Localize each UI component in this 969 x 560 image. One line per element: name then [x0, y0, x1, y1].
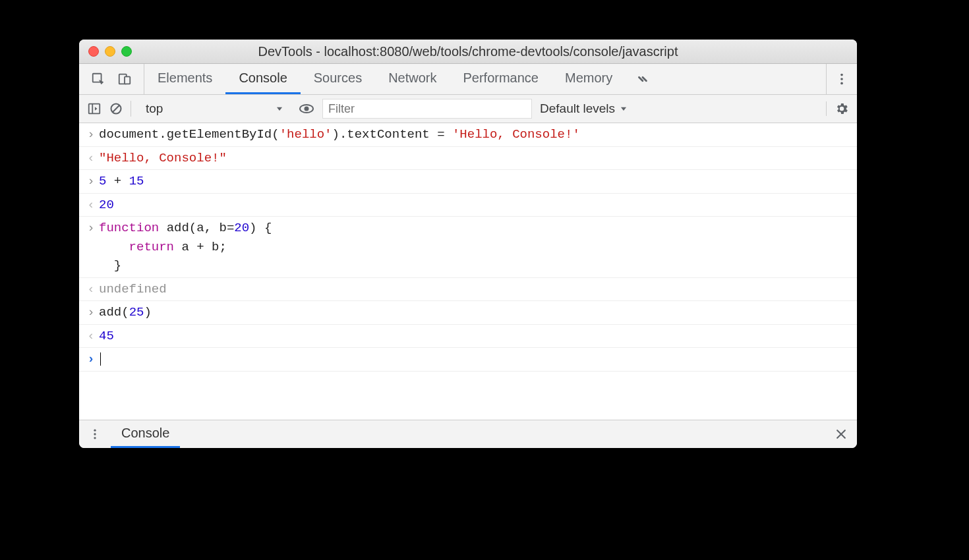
settings-icon[interactable]: [835, 101, 849, 116]
drawer-tab-label: Console: [121, 426, 169, 441]
dropdown-icon: [275, 104, 284, 113]
tab-memory[interactable]: Memory: [552, 64, 626, 94]
levels-label: Default levels: [540, 101, 615, 116]
svg-rect-6: [89, 104, 100, 114]
drawer: Console: [79, 420, 857, 448]
console-input-row: ›add(25): [79, 301, 857, 325]
svg-point-14: [94, 437, 96, 439]
tabbar-right: [826, 64, 857, 94]
window-close-button[interactable]: [88, 46, 99, 57]
svg-point-5: [840, 82, 843, 85]
console-line-content: function add(a, b=20) { return a + b; }: [99, 219, 850, 275]
context-label: top: [146, 101, 163, 116]
window-title: DevTools - localhost:8080/web/tools/chro…: [87, 44, 849, 59]
tab-performance[interactable]: Performance: [450, 64, 552, 94]
output-chevron-icon: ‹: [83, 196, 99, 215]
console-output-row: ‹undefined: [79, 278, 857, 302]
svg-rect-2: [125, 76, 130, 84]
dropdown-icon: [619, 104, 628, 113]
window-zoom-button[interactable]: [121, 46, 132, 57]
svg-point-3: [840, 74, 843, 76]
console-line-content: undefined: [99, 280, 850, 299]
drawer-tab-console[interactable]: Console: [111, 420, 180, 448]
clear-console-icon[interactable]: [109, 102, 123, 115]
output-chevron-icon: ‹: [83, 280, 99, 299]
input-chevron-icon: ›: [83, 125, 99, 144]
svg-point-4: [840, 78, 843, 80]
kebab-menu-icon[interactable]: [835, 72, 849, 86]
close-drawer-icon[interactable]: [835, 428, 848, 441]
console-input-row: ›document.getElementById('hello').textCo…: [79, 123, 857, 147]
input-chevron-icon: ›: [83, 172, 99, 191]
svg-point-13: [94, 433, 96, 435]
prompt-chevron-icon: ›: [83, 350, 99, 369]
titlebar: DevTools - localhost:8080/web/tools/chro…: [79, 40, 857, 64]
more-tabs-icon[interactable]: [626, 64, 659, 94]
execution-context-select[interactable]: top: [139, 101, 291, 116]
log-levels-select[interactable]: Default levels: [540, 101, 628, 116]
console-toolbar: top Default levels: [79, 95, 857, 123]
svg-point-11: [305, 107, 309, 111]
console-body[interactable]: ›document.getElementById('hello').textCo…: [79, 123, 857, 420]
console-line-content: 5 + 15: [99, 172, 850, 191]
tab-network[interactable]: Network: [375, 64, 450, 94]
console-output-row: ‹20: [79, 194, 857, 217]
console-line-content: 45: [99, 327, 850, 346]
console-line-content: document.getElementById('hello').textCon…: [99, 125, 850, 144]
svg-point-12: [94, 430, 96, 432]
device-toggle-icon[interactable]: [117, 72, 132, 86]
console-input-row: ›function add(a, b=20) { return a + b; }: [79, 217, 857, 278]
svg-line-9: [113, 105, 120, 113]
console-prompt-row[interactable]: ›: [79, 348, 857, 372]
drawer-left: [79, 420, 111, 448]
input-chevron-icon: ›: [83, 303, 99, 322]
console-line-content: 20: [99, 196, 850, 215]
console-input-row: ›5 + 15: [79, 170, 857, 194]
tab-sources[interactable]: Sources: [301, 64, 375, 94]
console-line-content: add(25): [99, 303, 850, 322]
console-output-row: ‹"Hello, Console!": [79, 147, 857, 171]
devtools-window: DevTools - localhost:8080/web/tools/chro…: [79, 40, 857, 448]
tab-console[interactable]: Console: [225, 64, 300, 94]
console-sidebar-toggle-icon[interactable]: [87, 101, 102, 116]
tab-elements[interactable]: Elements: [144, 64, 225, 94]
filter-input[interactable]: [322, 99, 532, 119]
console-output-row: ‹45: [79, 325, 857, 349]
inspect-icon[interactable]: [91, 72, 105, 86]
traffic-lights: [88, 46, 132, 57]
console-line-content: "Hello, Console!": [99, 149, 850, 168]
window-minimize-button[interactable]: [105, 46, 115, 57]
drawer-right: [825, 420, 857, 448]
tabbar-left: [79, 64, 144, 94]
text-cursor: [100, 352, 101, 366]
toolbar-right: [826, 101, 849, 116]
prompt-input[interactable]: [99, 350, 850, 369]
main-tabbar: ElementsConsoleSourcesNetworkPerformance…: [79, 64, 857, 95]
output-chevron-icon: ‹: [83, 327, 99, 346]
drawer-menu-icon[interactable]: [88, 428, 102, 441]
toolbar-divider: [131, 101, 131, 117]
output-chevron-icon: ‹: [83, 149, 99, 168]
input-chevron-icon: ›: [83, 219, 99, 275]
tabs: ElementsConsoleSourcesNetworkPerformance…: [144, 64, 626, 94]
live-expression-icon[interactable]: [299, 101, 314, 117]
